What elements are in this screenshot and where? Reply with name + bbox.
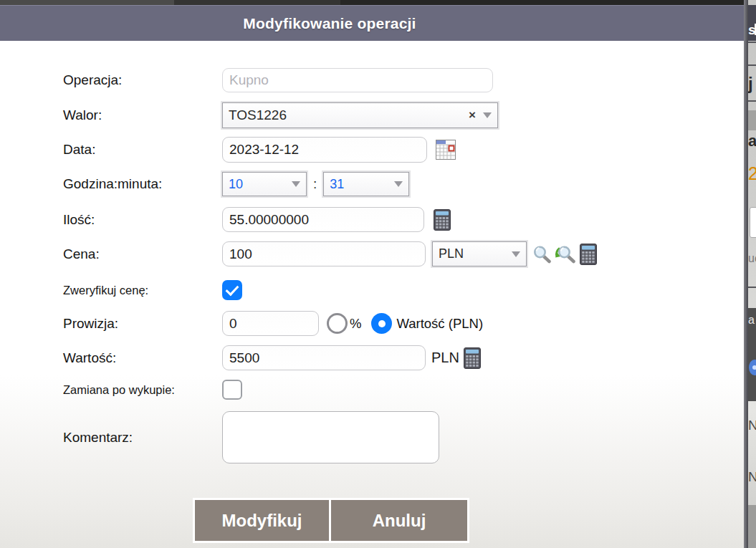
minute-select[interactable]: 31	[323, 172, 409, 196]
chevron-down-icon[interactable]	[394, 181, 403, 187]
walor-select[interactable]: TOS1226 ×	[222, 102, 498, 128]
dialog-titlebar: Modyfikowanie operacji	[0, 5, 744, 41]
ilosc-label: Ilość:	[63, 212, 222, 228]
field-row-prowizja: Prowizja: % Wartość (PLN)	[63, 311, 483, 336]
prowizja-value-radio[interactable]	[371, 313, 392, 334]
komentarz-label: Komentarz:	[63, 430, 222, 446]
background-top-strip	[0, 0, 756, 5]
data-label: Data:	[63, 142, 222, 158]
modify-button[interactable]: Modyfikuj	[195, 500, 329, 541]
background-button-fragment	[749, 360, 756, 375]
komentarz-textarea[interactable]	[222, 411, 439, 463]
field-row-cena: Cena: PLN	[63, 241, 597, 266]
field-row-operacja: Operacja:	[63, 68, 493, 92]
screen: Modyfikowanie operacji Operacja: Walor: …	[0, 0, 756, 548]
prowizja-input[interactable]	[222, 311, 319, 336]
zweryfikuj-cene-label: Zweryfikuj cenę:	[63, 284, 222, 297]
cena-label: Cena:	[63, 246, 222, 262]
search-icon[interactable]	[532, 245, 552, 264]
ilosc-input[interactable]	[222, 207, 424, 232]
wartosc-label: Wartość:	[63, 350, 222, 366]
chevron-down-icon[interactable]	[483, 112, 492, 118]
prowizja-value-label: Wartość (PLN)	[396, 316, 483, 332]
field-row-walor: Walor: TOS1226 ×	[63, 102, 498, 128]
background-text-fragment: N	[748, 418, 756, 433]
chevron-down-icon[interactable]	[512, 251, 520, 257]
background-page-sliver: s j al 2 uc a N N	[748, 0, 756, 548]
currency-select[interactable]: PLN	[432, 241, 527, 266]
wartosc-currency-label: PLN	[431, 350, 459, 366]
field-row-ilosc: Ilość:	[63, 207, 451, 232]
background-text-fragment: al	[748, 132, 756, 150]
chevron-down-icon[interactable]	[292, 181, 300, 187]
operacja-input	[222, 68, 493, 92]
calendar-icon[interactable]	[436, 140, 456, 160]
currency-value: PLN	[439, 246, 512, 261]
calculator-icon[interactable]	[464, 347, 481, 369]
cena-input[interactable]	[222, 241, 426, 266]
zweryfikuj-cene-checkbox[interactable]	[222, 280, 242, 300]
field-row-komentarz: Komentarz:	[63, 411, 439, 463]
walor-value: TOS1226	[229, 107, 469, 123]
zamiana-po-wykupie-label: Zamiana po wykupie:	[63, 383, 222, 397]
background-text-fragment: 2	[748, 163, 756, 184]
search-refresh-icon[interactable]	[555, 245, 575, 264]
zamiana-po-wykupie-checkbox[interactable]	[222, 380, 242, 400]
clear-x-icon[interactable]: ×	[469, 108, 476, 122]
calculator-icon[interactable]	[580, 244, 597, 265]
operacja-label: Operacja:	[63, 72, 222, 88]
wartosc-input[interactable]	[222, 345, 426, 370]
dialog-title: Modyfikowanie operacji	[243, 15, 416, 32]
field-row-zamiana-po-wykupie: Zamiana po wykupie:	[63, 380, 242, 400]
background-text-fragment: a	[748, 314, 756, 327]
data-input[interactable]	[222, 137, 427, 163]
prowizja-percent-label: %	[350, 316, 361, 332]
minute-value: 31	[330, 177, 394, 192]
background-header-fragment: s	[748, 5, 756, 41]
prowizja-label: Prowizja:	[63, 316, 222, 332]
walor-label: Walor:	[63, 107, 222, 123]
field-row-zweryfikuj-cene: Zweryfikuj cenę:	[63, 280, 242, 300]
field-row-data: Data:	[63, 137, 456, 163]
dialog-buttons: Modyfikuj Anuluj	[193, 498, 469, 543]
cancel-button[interactable]: Anuluj	[331, 500, 467, 541]
calculator-icon[interactable]	[434, 209, 451, 231]
background-text-fragment: s	[748, 22, 756, 38]
field-row-wartosc: Wartość: PLN	[63, 345, 481, 370]
field-row-godzina: Godzina:minuta: 10 : 31	[63, 172, 409, 196]
hour-value: 10	[229, 177, 292, 192]
godzina-label: Godzina:minuta:	[63, 176, 222, 192]
prowizja-percent-radio[interactable]	[327, 313, 348, 334]
dialog-body: Operacja: Walor: TOS1226 × Data: Godzina…	[0, 41, 744, 548]
background-text-fragment: uc	[748, 252, 756, 265]
hour-select[interactable]: 10	[222, 172, 307, 196]
time-separator: :	[313, 176, 317, 192]
background-text-fragment: j	[748, 74, 753, 94]
background-text-fragment: N	[748, 469, 756, 485]
